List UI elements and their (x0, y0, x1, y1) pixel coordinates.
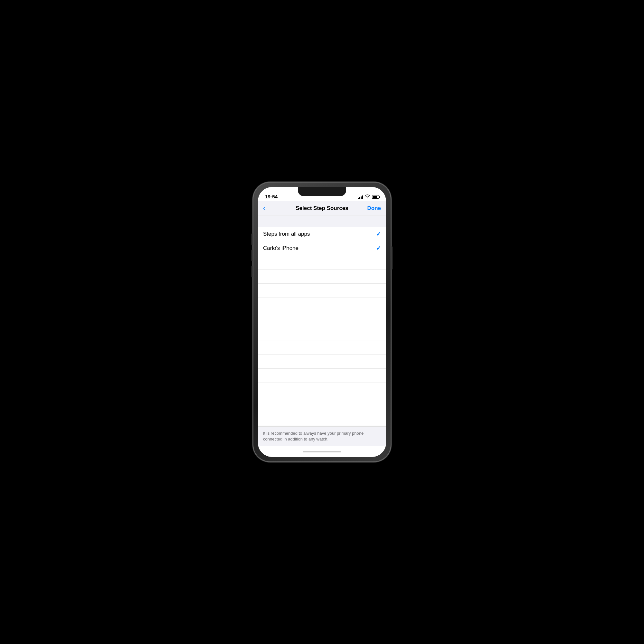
footer-text: It is recommended to always have your pr… (263, 431, 381, 442)
list-scroll-area: Steps from all apps ✓ Carlo's iPhone ✓ (258, 227, 386, 426)
list-item-carlos-iphone[interactable]: Carlo's iPhone ✓ (258, 241, 386, 255)
back-button[interactable]: ‹ (263, 205, 282, 211)
phone-device: 19:54 (253, 182, 391, 462)
empty-row (258, 355, 386, 369)
empty-row (258, 340, 386, 355)
list-item-steps-from-all-apps[interactable]: Steps from all apps ✓ (258, 227, 386, 241)
section-header (258, 215, 386, 227)
wifi-icon (365, 194, 370, 199)
chevron-back-icon: ‹ (263, 205, 265, 211)
done-button[interactable]: Done (362, 205, 381, 212)
signal-icon (358, 195, 363, 199)
nav-title: Select Step Sources (282, 205, 362, 212)
empty-row (258, 397, 386, 411)
footer-section: It is recommended to always have your pr… (258, 426, 386, 446)
phone-screen: 19:54 (258, 187, 386, 457)
empty-row (258, 369, 386, 383)
empty-row (258, 270, 386, 284)
battery-icon (372, 195, 379, 199)
empty-row (258, 255, 386, 270)
home-bar (303, 451, 341, 452)
checkmark-icon-1: ✓ (376, 245, 381, 252)
checkmark-icon-0: ✓ (376, 231, 381, 238)
list-container: Steps from all apps ✓ Carlo's iPhone ✓ (258, 227, 386, 426)
nav-bar: ‹ Select Step Sources Done (258, 201, 386, 215)
empty-row (258, 312, 386, 326)
notch (298, 187, 346, 196)
empty-row (258, 284, 386, 298)
list-item-label: Carlo's iPhone (263, 245, 298, 251)
empty-row (258, 326, 386, 340)
status-icons (358, 194, 379, 199)
list-item-label: Steps from all apps (263, 231, 310, 237)
status-time: 19:54 (265, 194, 278, 199)
empty-row (258, 298, 386, 312)
home-indicator (258, 446, 386, 457)
empty-row (258, 411, 386, 425)
empty-row (258, 383, 386, 397)
